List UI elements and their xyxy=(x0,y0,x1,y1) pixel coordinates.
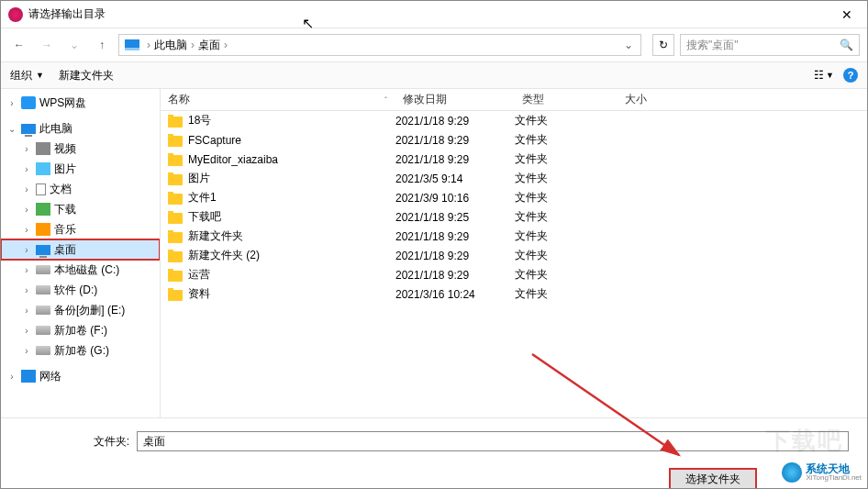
file-type: 文件夹 xyxy=(515,209,618,225)
file-row[interactable]: 18号2021/1/18 9:29文件夹 xyxy=(161,111,867,130)
file-type: 文件夹 xyxy=(515,151,618,167)
column-header-type[interactable]: 类型 xyxy=(515,92,618,107)
breadcrumb[interactable]: › 此电脑 › 桌面 › ⌄ xyxy=(118,34,641,56)
tree-item[interactable]: ⌄此电脑 xyxy=(1,118,160,139)
tree-item[interactable]: ›网络 xyxy=(1,366,160,386)
breadcrumb-segment[interactable]: 桌面 xyxy=(198,38,220,53)
pic-icon xyxy=(36,162,50,175)
expand-icon[interactable]: › xyxy=(21,326,32,336)
tree-item-label: 桌面 xyxy=(54,242,76,258)
file-row[interactable]: 运营2021/1/18 9:29文件夹 xyxy=(161,265,867,284)
expand-icon[interactable]: › xyxy=(21,164,32,174)
tree-item[interactable]: ›新加卷 (F:) xyxy=(1,320,160,340)
column-header-date[interactable]: 修改日期 xyxy=(395,92,515,107)
tree-item-label: 新加卷 (G:) xyxy=(54,343,109,359)
column-header-name[interactable]: 名称ˆ xyxy=(161,92,395,107)
organize-button[interactable]: 组织 ▼ xyxy=(10,68,44,83)
tree-item-label: 软件 (D:) xyxy=(54,283,97,298)
expand-icon[interactable]: › xyxy=(6,98,17,108)
file-name: 运营 xyxy=(188,267,210,283)
drive-icon xyxy=(36,265,50,274)
search-input[interactable]: 搜索"桌面" 🔍 xyxy=(680,34,860,56)
file-date: 2021/1/18 9:29 xyxy=(395,230,515,243)
file-date: 2021/3/16 10:24 xyxy=(395,288,515,301)
expand-icon[interactable]: › xyxy=(21,225,32,235)
expand-icon[interactable]: › xyxy=(21,285,32,295)
expand-icon[interactable]: › xyxy=(21,346,32,356)
file-type: 文件夹 xyxy=(515,267,618,283)
recent-dropdown-icon[interactable]: ⌄ xyxy=(63,34,85,56)
file-name: 图片 xyxy=(188,171,210,186)
tree-item[interactable]: ›备份[勿删] (E:) xyxy=(1,300,160,320)
tree-item[interactable]: ›WPS网盘 xyxy=(1,93,160,113)
folder-icon xyxy=(168,174,183,185)
column-header-size[interactable]: 大小 xyxy=(618,92,709,107)
tree-item[interactable]: ›音乐 xyxy=(1,219,160,239)
file-type: 文件夹 xyxy=(515,132,618,148)
chevron-down-icon: ▼ xyxy=(36,71,44,80)
help-icon[interactable]: ? xyxy=(843,68,858,83)
tree-item[interactable]: ›桌面 xyxy=(1,239,160,260)
tree-item[interactable]: ›新加卷 (G:) xyxy=(1,340,160,361)
tree-item[interactable]: ›视频 xyxy=(1,139,160,159)
forward-button[interactable]: → xyxy=(36,34,58,56)
tree-item[interactable]: ›软件 (D:) xyxy=(1,280,160,300)
search-placeholder: 搜索"桌面" xyxy=(686,38,739,53)
file-row[interactable]: 文件12021/3/9 10:16文件夹 xyxy=(161,188,867,207)
file-date: 2021/1/18 9:29 xyxy=(395,134,515,147)
back-button[interactable]: ← xyxy=(8,34,30,56)
expand-icon[interactable]: › xyxy=(21,205,32,215)
file-type: 文件夹 xyxy=(515,248,618,263)
tree-item[interactable]: ›本地磁盘 (C:) xyxy=(1,260,160,280)
down-icon xyxy=(36,203,50,216)
file-row[interactable]: 新建文件夹2021/1/18 9:29文件夹 xyxy=(161,227,867,246)
watermark-faded: 下载吧 xyxy=(766,425,843,457)
file-list: 名称ˆ 修改日期 类型 大小 18号2021/1/18 9:29文件夹FSCap… xyxy=(161,89,867,417)
file-row[interactable]: FSCapture2021/1/18 9:29文件夹 xyxy=(161,130,867,150)
file-date: 2021/1/18 9:29 xyxy=(395,250,515,262)
folder-icon xyxy=(168,117,183,128)
tree-item-label: 下载 xyxy=(54,202,76,217)
net-icon xyxy=(21,370,36,383)
expand-icon[interactable]: ⌄ xyxy=(6,124,17,134)
expand-icon[interactable]: › xyxy=(21,144,32,154)
file-row[interactable]: 图片2021/3/5 9:14文件夹 xyxy=(161,169,867,188)
file-date: 2021/1/18 9:29 xyxy=(395,115,515,128)
nav-tree[interactable]: ›WPS网盘⌄此电脑›视频›图片›文档›下载›音乐›桌面›本地磁盘 (C:)›软… xyxy=(1,89,161,417)
close-icon[interactable]: ✕ xyxy=(834,6,860,24)
tree-item-label: WPS网盘 xyxy=(39,95,86,111)
expand-icon[interactable]: › xyxy=(21,184,32,194)
tree-item-label: 音乐 xyxy=(54,222,76,238)
sort-indicator-icon: ˆ xyxy=(384,95,387,105)
app-icon xyxy=(8,7,23,22)
expand-icon[interactable]: › xyxy=(6,372,17,382)
folder-icon xyxy=(168,194,183,205)
file-name: 资料 xyxy=(188,286,210,302)
breadcrumb-dropdown-icon[interactable]: ⌄ xyxy=(618,39,639,51)
folder-input[interactable] xyxy=(137,431,849,451)
expand-icon[interactable]: › xyxy=(21,245,32,255)
file-name: 文件1 xyxy=(188,190,217,206)
up-button[interactable]: ↑ xyxy=(91,34,113,56)
file-row[interactable]: 新建文件夹 (2)2021/1/18 9:29文件夹 xyxy=(161,246,867,265)
folder-icon xyxy=(168,271,183,282)
expand-icon[interactable]: › xyxy=(21,265,32,275)
tree-item[interactable]: ›文档 xyxy=(1,179,160,199)
breadcrumb-segment[interactable]: 此电脑 xyxy=(154,38,187,53)
file-row[interactable]: 资料2021/3/16 10:24文件夹 xyxy=(161,284,867,304)
tree-item[interactable]: ›图片 xyxy=(1,159,160,179)
tree-item-label: 图片 xyxy=(54,161,76,177)
select-folder-button[interactable]: 选择文件夹 xyxy=(669,468,757,489)
doc-icon xyxy=(36,183,46,195)
expand-icon[interactable]: › xyxy=(21,306,32,316)
watermark-icon xyxy=(782,462,802,483)
wps-icon xyxy=(21,96,36,109)
file-row[interactable]: MyEditor_xiazaiba2021/1/18 9:29文件夹 xyxy=(161,150,867,169)
view-button[interactable]: ☷ ▼ xyxy=(814,69,834,82)
file-row[interactable]: 下载吧2021/1/18 9:25文件夹 xyxy=(161,207,867,227)
new-folder-button[interactable]: 新建文件夹 xyxy=(59,68,114,83)
refresh-button[interactable]: ↻ xyxy=(652,34,674,56)
file-name: 18号 xyxy=(188,113,211,128)
tree-item[interactable]: ›下载 xyxy=(1,199,160,219)
drive-icon xyxy=(36,285,50,295)
